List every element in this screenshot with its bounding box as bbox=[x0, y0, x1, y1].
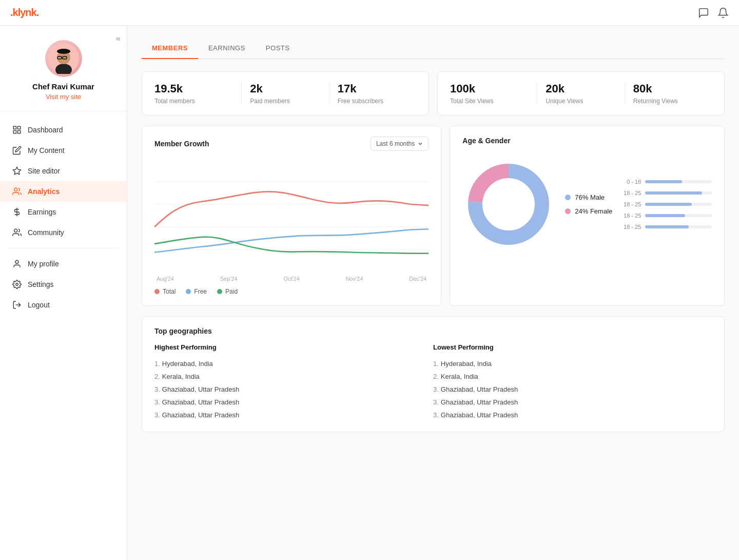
male-dot bbox=[565, 195, 571, 200]
legend-label-free: Free bbox=[194, 288, 207, 295]
tab-earnings[interactable]: EARNINGS bbox=[198, 38, 256, 59]
logo: .klynk. bbox=[10, 7, 38, 18]
paid-members-value: 2k bbox=[250, 82, 328, 95]
paid-members-label: Paid members bbox=[250, 98, 328, 105]
logout-icon bbox=[12, 300, 22, 310]
age-bar-label: 18 - 25 bbox=[623, 201, 641, 207]
member-stats-card: 19.5k Total members 2k Paid members 17k … bbox=[142, 71, 429, 115]
chart-legend: Total Free Paid bbox=[154, 288, 429, 295]
returning-views-label: Returning Views bbox=[633, 98, 712, 105]
filter-label: Last 6 months bbox=[376, 140, 415, 147]
returning-views-value: 80k bbox=[633, 82, 712, 95]
svg-point-12 bbox=[14, 188, 17, 191]
list-item: 2.Kerala, India bbox=[154, 370, 433, 383]
geo-item-num: 3. bbox=[154, 411, 160, 419]
sidebar-profile: « bbox=[0, 26, 127, 111]
chat-icon[interactable] bbox=[698, 7, 709, 18]
sidebar-nav: Dashboard My Content Site editor bbox=[0, 111, 127, 550]
donut-section: 76% Male 24% Female 0 - 18 18 - 25 bbox=[462, 153, 712, 256]
bell-icon[interactable] bbox=[717, 7, 729, 18]
sidebar-item-site-editor[interactable]: Site editor bbox=[0, 161, 127, 181]
donut-labels: 76% Male 24% Female bbox=[565, 194, 612, 215]
total-members-label: Total members bbox=[154, 98, 233, 105]
xaxis-label: Oct'24 bbox=[283, 276, 299, 282]
total-members-stat: 19.5k Total members bbox=[154, 82, 241, 105]
list-item: 1.Hyderabad, India bbox=[154, 357, 433, 370]
age-bar-row: 18 - 25 bbox=[623, 201, 712, 207]
sidebar-item-my-content[interactable]: My Content bbox=[0, 140, 127, 161]
geo-item-num: 3. bbox=[154, 398, 160, 406]
sidebar-item-label: My profile bbox=[28, 260, 59, 268]
geo-item-num: 2. bbox=[433, 373, 439, 380]
page-tabs: MEMBERS EARNINGS POSTS bbox=[142, 38, 725, 59]
collapse-button[interactable]: « bbox=[116, 34, 121, 43]
tab-posts[interactable]: POSTS bbox=[256, 38, 300, 59]
geo-columns: Highest Performing 1.Hyderabad, India2.K… bbox=[154, 343, 712, 421]
svg-marker-11 bbox=[13, 167, 21, 175]
visit-site-link[interactable]: Visit my site bbox=[46, 93, 81, 101]
legend-total: Total bbox=[154, 288, 176, 295]
sidebar-item-label: Logout bbox=[28, 301, 50, 309]
geo-item-num: 3. bbox=[154, 385, 160, 393]
avatar-svg bbox=[48, 43, 79, 74]
sidebar-item-community[interactable]: Community bbox=[0, 222, 127, 243]
geo-title: Top geographies bbox=[154, 327, 712, 335]
main-content: MEMBERS EARNINGS POSTS 19.5k Total membe… bbox=[127, 26, 739, 560]
nav-divider bbox=[8, 248, 119, 248]
header-icons bbox=[698, 7, 729, 18]
age-bar-row: 18 - 25 bbox=[623, 224, 712, 230]
sidebar-item-label: My Content bbox=[28, 146, 65, 155]
age-bars: 0 - 18 18 - 25 18 - 25 18 - 25 18 - 25 bbox=[623, 179, 712, 230]
chevron-down-icon bbox=[418, 141, 423, 146]
dashboard-icon bbox=[12, 125, 22, 134]
female-dot bbox=[565, 208, 571, 214]
list-item: 2.Kerala, India bbox=[433, 370, 712, 383]
paid-members-stat: 2k Paid members bbox=[241, 82, 328, 105]
avatar-image bbox=[45, 40, 82, 77]
list-item: 1.Hyderabad, India bbox=[433, 357, 712, 370]
xaxis-label: Sep'24 bbox=[220, 276, 238, 282]
list-item: 3.Ghaziabad, Uttar Pradesh bbox=[154, 409, 433, 421]
sidebar-item-my-profile[interactable]: My profile bbox=[0, 254, 127, 274]
total-site-views-value: 100k bbox=[450, 82, 529, 95]
bar-track bbox=[645, 225, 712, 228]
edit-icon bbox=[12, 146, 22, 155]
sidebar-item-analytics[interactable]: Analytics bbox=[0, 181, 127, 202]
geo-item-num: 1. bbox=[154, 360, 160, 368]
legend-label-paid: Paid bbox=[225, 288, 238, 295]
female-pct-label: 24% Female bbox=[575, 207, 612, 215]
community-icon bbox=[12, 228, 22, 237]
legend-dot-free bbox=[186, 289, 191, 294]
bar-fill bbox=[645, 191, 702, 195]
list-item: 3.Ghaziabad, Uttar Pradesh bbox=[433, 396, 712, 409]
logo-dot: . bbox=[36, 7, 39, 18]
member-growth-card: Member Growth Last 6 months bbox=[142, 126, 441, 306]
svg-point-6 bbox=[57, 49, 70, 54]
sidebar-item-settings[interactable]: Settings bbox=[0, 274, 127, 295]
sidebar: « bbox=[0, 26, 127, 560]
sidebar-item-label: Earnings bbox=[28, 208, 56, 216]
sidebar-item-logout[interactable]: Logout bbox=[0, 295, 127, 315]
legend-label-total: Total bbox=[163, 288, 176, 295]
xaxis-label: Nov'24 bbox=[346, 276, 363, 282]
profile-icon bbox=[12, 259, 22, 268]
bar-fill bbox=[645, 225, 688, 228]
total-site-views-label: Total Site Views bbox=[450, 98, 529, 105]
time-filter-dropdown[interactable]: Last 6 months bbox=[371, 137, 429, 151]
site-stats-card: 100k Total Site Views 20k Unique Views 8… bbox=[437, 71, 725, 115]
sidebar-item-dashboard[interactable]: Dashboard bbox=[0, 120, 127, 140]
star-icon bbox=[12, 166, 22, 176]
sidebar-item-label: Site editor bbox=[28, 167, 60, 175]
sidebar-item-earnings[interactable]: Earnings bbox=[0, 202, 127, 222]
age-gender-title: Age & Gender bbox=[462, 137, 510, 145]
charts-row: Member Growth Last 6 months bbox=[142, 126, 725, 306]
legend-dot-total bbox=[154, 289, 160, 294]
avatar bbox=[45, 40, 82, 77]
user-name: Chef Ravi Kumar bbox=[32, 82, 94, 91]
app-layout: « bbox=[0, 0, 739, 560]
sidebar-item-label: Dashboard bbox=[28, 126, 63, 134]
geo-card: Top geographies Highest Performing 1.Hyd… bbox=[142, 316, 725, 432]
line-chart-svg bbox=[154, 159, 429, 272]
free-subscribers-stat: 17k Free subscribers bbox=[329, 82, 416, 105]
tab-members[interactable]: MEMBERS bbox=[142, 38, 198, 59]
